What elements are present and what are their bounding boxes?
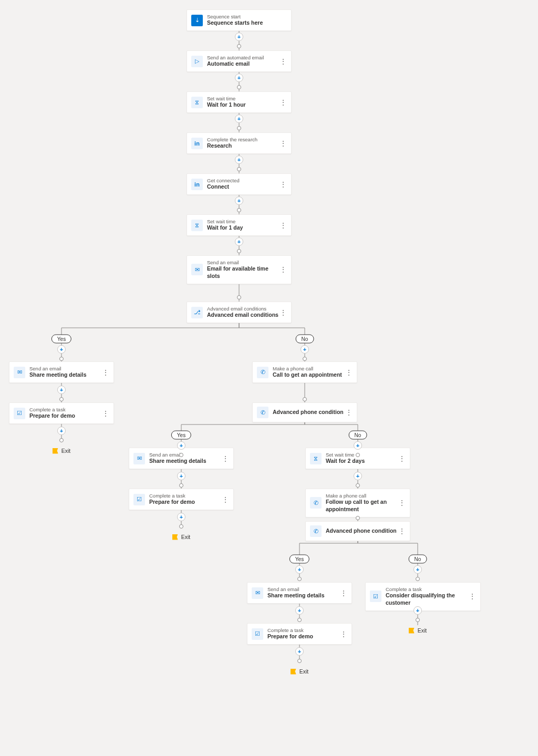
automatic-email-node[interactable]: ▷ Send an automated email Automatic emai…: [187, 50, 292, 72]
more-button[interactable]: ⋮: [280, 221, 287, 230]
add-step-button[interactable]: +: [235, 237, 243, 246]
add-step-button[interactable]: +: [57, 427, 66, 435]
exit-marker: Exit: [53, 448, 71, 454]
add-step-button[interactable]: +: [177, 513, 185, 521]
more-button[interactable]: ⋮: [222, 454, 229, 463]
add-step-button[interactable]: +: [235, 156, 243, 164]
add-step-button[interactable]: +: [235, 74, 243, 82]
share-meeting-details-node-2[interactable]: ✉ Send an email Share meeting details ⋮: [129, 448, 234, 469]
add-step-button[interactable]: +: [177, 472, 185, 480]
connector-dot: [416, 577, 420, 581]
add-step-button[interactable]: +: [235, 115, 243, 123]
prepare-for-demo-node[interactable]: ☑ Complete a task Prepare for demo ⋮: [9, 402, 114, 424]
connector-dot: [297, 618, 302, 622]
more-button[interactable]: ⋮: [280, 265, 287, 274]
start-icon: ⇣: [191, 15, 203, 26]
connector-dot: [356, 516, 360, 520]
add-step-button[interactable]: +: [235, 33, 243, 41]
advanced-phone-condition-node[interactable]: ✆ Advanced phone condition ⋮: [252, 402, 357, 422]
connect-node[interactable]: in Get connected Connect ⋮: [187, 173, 292, 195]
more-button[interactable]: ⋮: [280, 139, 287, 148]
more-button[interactable]: ⋮: [345, 368, 353, 377]
share-meeting-details-node-3[interactable]: ✉ Send an email Share meeting details ⋮: [247, 582, 352, 604]
connector-dot: [179, 453, 183, 457]
mail-icon: ✉: [133, 453, 145, 464]
more-button[interactable]: ⋮: [398, 526, 406, 536]
more-button[interactable]: ⋮: [340, 629, 347, 639]
prepare-for-demo-node-3[interactable]: ☑ Complete a task Prepare for demo ⋮: [247, 623, 352, 645]
more-button[interactable]: ⋮: [102, 368, 109, 377]
more-button[interactable]: ⋮: [280, 98, 287, 107]
email-time-slots-node[interactable]: ✉ Send an email Email for available time…: [187, 255, 292, 284]
exit-marker: Exit: [172, 534, 191, 540]
advanced-email-conditions-node[interactable]: ⎇ Advanced email conditions Advanced ema…: [187, 302, 292, 323]
node-subtitle: Send an email: [149, 452, 222, 458]
more-button[interactable]: ⋮: [280, 57, 287, 66]
add-step-button[interactable]: +: [413, 606, 422, 615]
mail-icon: ✉: [252, 587, 263, 599]
add-step-button[interactable]: +: [57, 386, 66, 394]
node-subtitle: Send an email: [267, 586, 340, 592]
more-button[interactable]: ⋮: [222, 495, 229, 504]
add-step-button[interactable]: +: [354, 472, 362, 480]
connector-dot: [303, 357, 307, 361]
add-step-button[interactable]: +: [301, 345, 309, 354]
sequence-start-node[interactable]: ⇣ Sequence start Sequence starts here: [187, 9, 292, 31]
add-step-button[interactable]: +: [235, 196, 243, 205]
advanced-phone-condition-node-2[interactable]: ✆ Advanced phone condition ⋮: [305, 521, 410, 541]
more-button[interactable]: ⋮: [280, 308, 287, 317]
research-node[interactable]: in Complete the research Research ⋮: [187, 132, 292, 154]
no-badge: No: [349, 431, 367, 440]
phone-icon: ✆: [310, 497, 322, 509]
linkedin-icon: in: [191, 138, 203, 149]
node-title: Advanced email conditions: [207, 312, 280, 319]
yes-badge: Yes: [171, 431, 191, 440]
more-button[interactable]: ⋮: [280, 180, 287, 189]
call-appointment-node[interactable]: ✆ Make a phone call Call to get an appoi…: [252, 361, 357, 383]
flag-icon: [172, 534, 178, 540]
connector-dot: [237, 126, 241, 130]
wait-1-hour-node[interactable]: ⧖ Set wait time Wait for 1 hour ⋮: [187, 91, 292, 113]
node-subtitle: Sequence start: [207, 14, 287, 19]
share-meeting-details-node[interactable]: ✉ Send an email Share meeting details ⋮: [9, 361, 114, 383]
connector-dot: [237, 44, 241, 48]
disqualify-customer-node[interactable]: ☑ Complete a task Consider disqualifying…: [365, 582, 481, 611]
node-title: Advanced phone condition: [326, 527, 398, 535]
node-title: Follow up call to get an appointment: [326, 499, 398, 513]
yes-badge: Yes: [289, 555, 309, 564]
followup-call-node[interactable]: ✆ Make a phone call Follow up call to ge…: [305, 489, 410, 517]
check-icon: ☑: [252, 628, 263, 640]
add-step-button[interactable]: +: [57, 345, 66, 354]
add-step-button[interactable]: +: [354, 441, 362, 450]
more-button[interactable]: ⋮: [469, 592, 476, 601]
no-badge: No: [296, 335, 314, 344]
add-step-button[interactable]: +: [177, 441, 185, 450]
add-step-button[interactable]: +: [295, 647, 304, 656]
node-subtitle: Make a phone call: [273, 366, 345, 371]
connector-dot: [179, 524, 183, 529]
prepare-for-demo-node-2[interactable]: ☑ Complete a task Prepare for demo ⋮: [129, 489, 234, 510]
exit-marker: Exit: [409, 627, 427, 634]
connector-dot: [237, 295, 241, 299]
node-title: Prepare for demo: [29, 412, 102, 420]
more-button[interactable]: ⋮: [340, 588, 347, 598]
check-icon: ☑: [14, 408, 25, 419]
more-button[interactable]: ⋮: [398, 498, 406, 508]
wait-1-day-node[interactable]: ⧖ Set wait time Wait for 1 day ⋮: [187, 214, 292, 236]
node-subtitle: Send an email: [29, 366, 102, 371]
more-button[interactable]: ⋮: [102, 409, 109, 418]
node-title: Research: [207, 142, 280, 150]
node-subtitle: Set wait time: [207, 96, 280, 101]
node-title: Advanced phone condition: [273, 409, 345, 416]
add-step-button[interactable]: +: [295, 565, 304, 574]
add-step-button[interactable]: +: [413, 565, 422, 574]
add-step-button[interactable]: +: [295, 606, 304, 615]
node-title: Consider disqualifying the customer: [386, 592, 469, 606]
flag-icon: [291, 669, 296, 675]
more-button[interactable]: ⋮: [398, 454, 406, 463]
more-button[interactable]: ⋮: [345, 408, 353, 417]
wait-2-days-node[interactable]: ⧖ Set wait time Wait for 2 days ⋮: [305, 448, 410, 469]
check-icon: ☑: [370, 591, 381, 602]
node-subtitle: Send an automated email: [207, 55, 280, 60]
connector-dot: [237, 167, 241, 171]
